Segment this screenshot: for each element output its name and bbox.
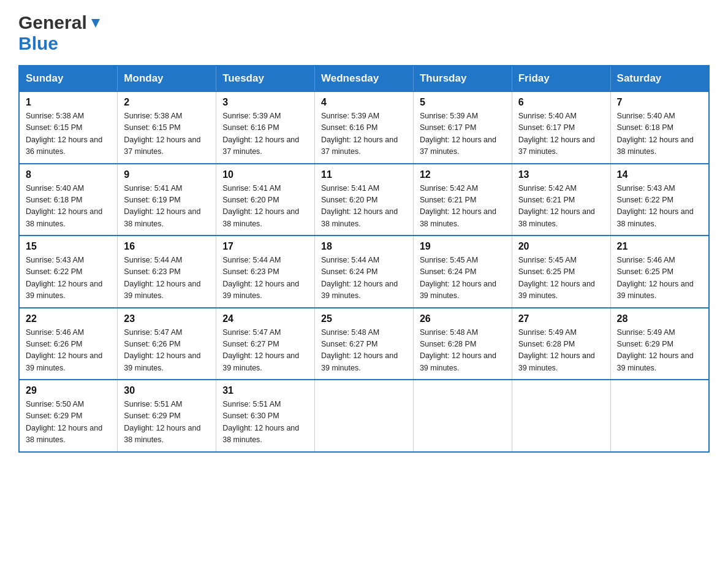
day-number: 17 [222, 241, 308, 252]
calendar-header-row: SundayMondayTuesdayWednesdayThursdayFrid… [19, 66, 709, 91]
day-info: Sunrise: 5:39 AMSunset: 6:16 PMDaylight:… [321, 110, 407, 158]
day-info: Sunrise: 5:46 AMSunset: 6:25 PMDaylight:… [617, 255, 702, 302]
day-number: 15 [26, 241, 111, 252]
day-info: Sunrise: 5:39 AMSunset: 6:16 PMDaylight:… [222, 110, 308, 158]
day-info: Sunrise: 5:47 AMSunset: 6:26 PMDaylight:… [124, 327, 210, 375]
calendar-day-cell [610, 380, 709, 452]
calendar-day-header: Monday [118, 66, 216, 91]
day-info: Sunrise: 5:49 AMSunset: 6:29 PMDaylight:… [617, 327, 702, 375]
calendar-day-cell: 9 Sunrise: 5:41 AMSunset: 6:19 PMDayligh… [118, 164, 216, 236]
calendar-day-cell: 5 Sunrise: 5:39 AMSunset: 6:17 PMDayligh… [413, 91, 512, 164]
calendar-day-cell: 31 Sunrise: 5:51 AMSunset: 6:30 PMDaylig… [216, 380, 315, 452]
calendar-day-cell: 10 Sunrise: 5:41 AMSunset: 6:20 PMDaylig… [216, 164, 315, 236]
day-number: 28 [617, 313, 702, 324]
day-number: 14 [617, 169, 702, 180]
calendar-table: SundayMondayTuesdayWednesdayThursdayFrid… [18, 65, 710, 453]
calendar-day-cell: 22 Sunrise: 5:46 AMSunset: 6:26 PMDaylig… [19, 308, 118, 380]
day-info: Sunrise: 5:48 AMSunset: 6:27 PMDaylight:… [321, 327, 407, 375]
logo: General Blue [18, 12, 102, 54]
calendar-day-cell [315, 380, 414, 452]
calendar-day-cell [512, 380, 610, 452]
day-info: Sunrise: 5:45 AMSunset: 6:25 PMDaylight:… [518, 255, 604, 302]
day-number: 18 [321, 241, 407, 252]
page-header: General Blue [18, 12, 710, 54]
calendar-week-row: 15 Sunrise: 5:43 AMSunset: 6:22 PMDaylig… [19, 236, 709, 308]
day-info: Sunrise: 5:42 AMSunset: 6:21 PMDaylight:… [420, 183, 506, 231]
calendar-day-cell: 7 Sunrise: 5:40 AMSunset: 6:18 PMDayligh… [610, 91, 709, 164]
day-number: 20 [518, 241, 604, 252]
calendar-day-header: Saturday [610, 66, 709, 91]
day-info: Sunrise: 5:43 AMSunset: 6:22 PMDaylight:… [26, 255, 111, 302]
day-number: 1 [26, 97, 111, 108]
day-number: 10 [222, 169, 308, 180]
calendar-week-row: 29 Sunrise: 5:50 AMSunset: 6:29 PMDaylig… [19, 380, 709, 452]
day-number: 8 [26, 169, 111, 180]
day-number: 9 [124, 169, 210, 180]
day-number: 27 [518, 313, 604, 324]
calendar-day-cell: 27 Sunrise: 5:49 AMSunset: 6:28 PMDaylig… [512, 308, 610, 380]
day-info: Sunrise: 5:40 AMSunset: 6:18 PMDaylight:… [617, 110, 702, 158]
logo-blue-text: Blue [18, 33, 58, 53]
day-number: 25 [321, 313, 407, 324]
calendar-day-cell: 6 Sunrise: 5:40 AMSunset: 6:17 PMDayligh… [512, 91, 610, 164]
day-number: 5 [420, 97, 506, 108]
calendar-day-header: Thursday [413, 66, 512, 91]
day-number: 19 [420, 241, 506, 252]
calendar-day-cell: 2 Sunrise: 5:38 AMSunset: 6:15 PMDayligh… [118, 91, 216, 164]
day-info: Sunrise: 5:39 AMSunset: 6:17 PMDaylight:… [420, 110, 506, 158]
day-number: 23 [124, 313, 210, 324]
logo-arrow-icon [89, 17, 102, 30]
day-info: Sunrise: 5:44 AMSunset: 6:23 PMDaylight:… [124, 255, 210, 302]
day-number: 30 [124, 385, 210, 396]
calendar-day-cell: 20 Sunrise: 5:45 AMSunset: 6:25 PMDaylig… [512, 236, 610, 308]
calendar-day-header: Tuesday [216, 66, 315, 91]
day-info: Sunrise: 5:38 AMSunset: 6:15 PMDaylight:… [26, 110, 111, 158]
calendar-day-cell [413, 380, 512, 452]
day-info: Sunrise: 5:51 AMSunset: 6:30 PMDaylight:… [222, 399, 308, 446]
day-number: 6 [518, 97, 604, 108]
calendar-day-cell: 30 Sunrise: 5:51 AMSunset: 6:29 PMDaylig… [118, 380, 216, 452]
day-info: Sunrise: 5:42 AMSunset: 6:21 PMDaylight:… [518, 183, 604, 231]
svg-marker-0 [91, 19, 100, 28]
day-info: Sunrise: 5:45 AMSunset: 6:24 PMDaylight:… [420, 255, 506, 302]
day-number: 29 [26, 385, 111, 396]
day-info: Sunrise: 5:44 AMSunset: 6:24 PMDaylight:… [321, 255, 407, 302]
calendar-week-row: 1 Sunrise: 5:38 AMSunset: 6:15 PMDayligh… [19, 91, 709, 164]
day-info: Sunrise: 5:50 AMSunset: 6:29 PMDaylight:… [26, 399, 111, 446]
day-info: Sunrise: 5:40 AMSunset: 6:18 PMDaylight:… [26, 183, 111, 231]
day-number: 26 [420, 313, 506, 324]
logo-general-text: General [18, 12, 87, 33]
day-number: 16 [124, 241, 210, 252]
calendar-day-cell: 25 Sunrise: 5:48 AMSunset: 6:27 PMDaylig… [315, 308, 414, 380]
calendar-day-cell: 11 Sunrise: 5:41 AMSunset: 6:20 PMDaylig… [315, 164, 414, 236]
calendar-day-cell: 12 Sunrise: 5:42 AMSunset: 6:21 PMDaylig… [413, 164, 512, 236]
day-info: Sunrise: 5:43 AMSunset: 6:22 PMDaylight:… [617, 183, 702, 231]
day-info: Sunrise: 5:48 AMSunset: 6:28 PMDaylight:… [420, 327, 506, 375]
calendar-day-cell: 19 Sunrise: 5:45 AMSunset: 6:24 PMDaylig… [413, 236, 512, 308]
day-number: 31 [222, 385, 308, 396]
calendar-week-row: 8 Sunrise: 5:40 AMSunset: 6:18 PMDayligh… [19, 164, 709, 236]
day-info: Sunrise: 5:49 AMSunset: 6:28 PMDaylight:… [518, 327, 604, 375]
day-number: 13 [518, 169, 604, 180]
calendar-day-cell: 16 Sunrise: 5:44 AMSunset: 6:23 PMDaylig… [118, 236, 216, 308]
day-info: Sunrise: 5:47 AMSunset: 6:27 PMDaylight:… [222, 327, 308, 375]
calendar-day-cell: 14 Sunrise: 5:43 AMSunset: 6:22 PMDaylig… [610, 164, 709, 236]
day-number: 21 [617, 241, 702, 252]
day-info: Sunrise: 5:46 AMSunset: 6:26 PMDaylight:… [26, 327, 111, 375]
day-info: Sunrise: 5:44 AMSunset: 6:23 PMDaylight:… [222, 255, 308, 302]
calendar-day-header: Friday [512, 66, 610, 91]
calendar-day-cell: 13 Sunrise: 5:42 AMSunset: 6:21 PMDaylig… [512, 164, 610, 236]
day-number: 12 [420, 169, 506, 180]
day-info: Sunrise: 5:38 AMSunset: 6:15 PMDaylight:… [124, 110, 210, 158]
calendar-day-header: Wednesday [315, 66, 414, 91]
calendar-day-cell: 29 Sunrise: 5:50 AMSunset: 6:29 PMDaylig… [19, 380, 118, 452]
calendar-day-cell: 24 Sunrise: 5:47 AMSunset: 6:27 PMDaylig… [216, 308, 315, 380]
calendar-day-cell: 8 Sunrise: 5:40 AMSunset: 6:18 PMDayligh… [19, 164, 118, 236]
calendar-day-cell: 23 Sunrise: 5:47 AMSunset: 6:26 PMDaylig… [118, 308, 216, 380]
calendar-day-cell: 21 Sunrise: 5:46 AMSunset: 6:25 PMDaylig… [610, 236, 709, 308]
calendar-day-cell: 18 Sunrise: 5:44 AMSunset: 6:24 PMDaylig… [315, 236, 414, 308]
day-number: 2 [124, 97, 210, 108]
day-number: 4 [321, 97, 407, 108]
day-info: Sunrise: 5:41 AMSunset: 6:19 PMDaylight:… [124, 183, 210, 231]
day-number: 3 [222, 97, 308, 108]
